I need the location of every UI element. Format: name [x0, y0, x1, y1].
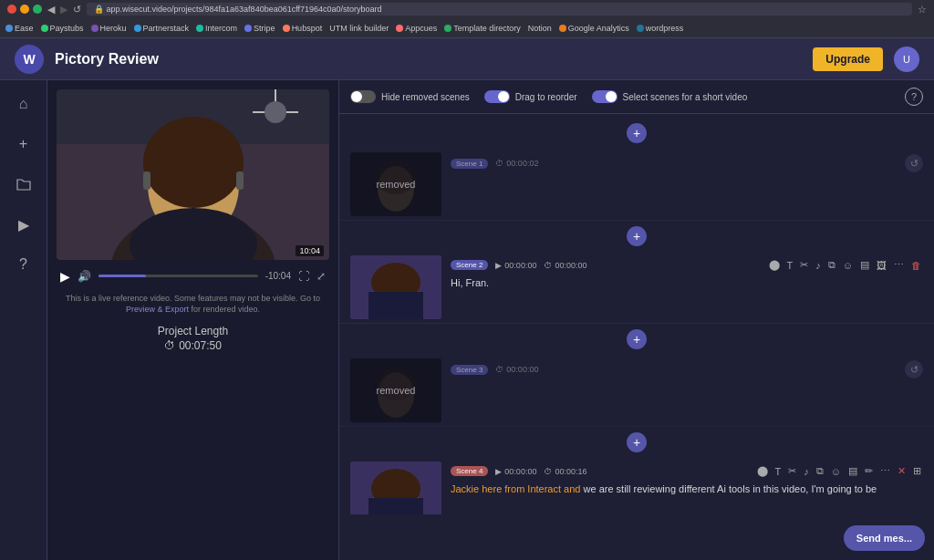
bookmark-partnerstack[interactable]: Partnerstack	[134, 24, 190, 33]
video-controls: ▶ 🔊 -10:04 ⛶ ⤢	[57, 265, 329, 287]
scene-badge-4: Scene 4	[451, 466, 488, 476]
select-short-toggle[interactable]	[592, 90, 617, 103]
scene-subtitle-icon[interactable]: ▤	[858, 257, 871, 273]
nav-folder-icon[interactable]	[11, 171, 36, 197]
bookmarks-bar: Ease Paystubs Heroku Partnerstack Interc…	[0, 18, 934, 38]
add-scene-button-2[interactable]: +	[627, 329, 647, 349]
add-scene-button-0[interactable]: +	[627, 123, 647, 143]
add-scene-row-3: +	[339, 427, 934, 458]
upgrade-button[interactable]: Upgrade	[813, 47, 883, 71]
scene-badge-1: Scene 1	[451, 159, 488, 169]
avatar[interactable]: U	[894, 47, 919, 72]
scene-copy-icon[interactable]: ⧉	[826, 257, 837, 273]
play-icon-4: ▶	[495, 467, 502, 476]
address-bar[interactable]: 🔒 app.wisecut.video/projects/984fa1a63af…	[87, 3, 912, 16]
svg-point-9	[265, 101, 286, 123]
refresh-button-1[interactable]: ↺	[905, 154, 923, 172]
bookmark-utm[interactable]: UTM link builder	[329, 24, 389, 33]
clock-icon-1: ⏱	[495, 159, 503, 168]
chat-button[interactable]: Send mes...	[844, 525, 925, 551]
scene-thumb-inner-4	[350, 461, 441, 514]
video-note: This is a live reference video. Some fea…	[57, 293, 329, 316]
scene-thumb-inner-2	[350, 255, 441, 319]
help-button[interactable]: ?	[905, 88, 923, 106]
svg-rect-28	[368, 498, 423, 514]
scene-header-1: Scene 1 ⏱ 00:00:02 ↺	[451, 154, 923, 172]
scene-edit-icon-4[interactable]: ✏	[863, 463, 875, 479]
scene-text-2: Hi, Fran.	[451, 276, 923, 290]
refresh-icon[interactable]: ↺	[73, 4, 81, 16]
scene-audio-icon-4[interactable]: ♪	[802, 464, 811, 479]
bookmark-template[interactable]: Template directory	[444, 24, 521, 33]
preview-export-link[interactable]: Preview & Export	[126, 305, 189, 314]
drag-reorder-toggle-group: Drag to reorder	[484, 90, 577, 103]
scene-emoji-icon-4[interactable]: ☺	[829, 464, 843, 479]
close-btn[interactable]	[7, 5, 16, 14]
app-header: W Pictory Review Upgrade U	[0, 38, 934, 80]
drag-reorder-toggle[interactable]	[484, 90, 510, 103]
volume-button[interactable]: 🔊	[78, 270, 91, 283]
bookmark-icon[interactable]: ☆	[918, 4, 927, 16]
expand-button[interactable]: ⤢	[317, 270, 326, 283]
scene-delete-icon-4[interactable]: ✕	[896, 463, 908, 479]
bookmark-ease[interactable]: Ease	[5, 24, 34, 33]
play-icon-2: ▶	[495, 261, 502, 270]
select-short-label: Select scenes for a short video	[623, 92, 748, 102]
bookmark-hubspot[interactable]: Hubspot	[283, 24, 323, 33]
fullscreen-button[interactable]: ⛶	[298, 270, 309, 283]
scene-emoji-icon[interactable]: ☺	[841, 258, 855, 273]
project-length-time: ⏱ 00:07:50	[57, 339, 329, 352]
scene-delete-icon-2[interactable]: 🗑	[909, 258, 923, 273]
forward-icon[interactable]: ▶	[60, 4, 67, 16]
scene-audio-icon[interactable]: ♪	[814, 258, 823, 273]
scene-text-icon[interactable]: T	[785, 258, 795, 273]
play-button[interactable]: ▶	[60, 269, 70, 284]
scene-more-icon[interactable]: ⋯	[892, 257, 906, 273]
add-scene-button-1[interactable]: +	[627, 226, 647, 246]
nav-home-icon[interactable]: ⌂	[11, 91, 36, 117]
scene-image-icon[interactable]: 🖼	[875, 258, 888, 273]
bookmark-wordpress[interactable]: wordpress	[637, 24, 684, 33]
bookmark-paystubs[interactable]: Paystubs	[41, 24, 84, 33]
bookmark-heroku[interactable]: Heroku	[91, 24, 127, 33]
scene-badge-3: Scene 3	[451, 365, 488, 375]
scene-subtitle-icon-4[interactable]: ▤	[846, 463, 859, 479]
bookmark-analytics[interactable]: Google Analytics	[559, 24, 629, 33]
scene-more-icon-4[interactable]: ⋯	[878, 463, 892, 479]
scene-copy-icon-4[interactable]: ⧉	[815, 463, 825, 479]
scene-record-icon[interactable]: ⬤	[767, 257, 782, 273]
hide-removed-toggle[interactable]	[350, 90, 376, 103]
scene-cut-icon-4[interactable]: ✂	[786, 463, 798, 479]
scene-content-2: Scene 2 ▶ 00:00:00 ⏱ 00:00:00 ⬤	[451, 255, 923, 319]
nav-add-icon[interactable]: +	[11, 131, 36, 157]
video-panel: 10:04 ▶ 🔊 -10:04 ⛶ ⤢ This is a live refe…	[47, 80, 339, 560]
svg-rect-20	[368, 292, 423, 319]
minimize-btn[interactable]	[20, 5, 29, 14]
maximize-btn[interactable]	[33, 5, 42, 14]
video-timestamp: 10:04	[296, 245, 324, 256]
scene-time-4a: ▶ 00:00:00	[495, 467, 536, 476]
scene-extra-icon-4[interactable]: ⊞	[911, 463, 923, 479]
scene-content-4: Scene 4 ▶ 00:00:00 ⏱ 00:00:16 ⬤	[451, 461, 923, 514]
scene-text-icon-4[interactable]: T	[773, 464, 784, 479]
scene-cut-icon[interactable]: ✂	[798, 257, 810, 273]
refresh-button-3[interactable]: ↺	[905, 360, 923, 379]
scenes-list: + removed	[339, 114, 934, 514]
nav-video-icon[interactable]: ▶	[11, 212, 36, 237]
browser-controls	[7, 5, 42, 14]
nav-help-icon[interactable]: ?	[11, 252, 36, 277]
bookmark-intercom[interactable]: Intercom	[196, 24, 237, 33]
scene-record-icon-4[interactable]: ⬤	[755, 463, 770, 479]
bookmark-stripe[interactable]: Stripe	[244, 24, 275, 33]
clock-icon-4: ⏱	[544, 467, 552, 476]
hide-removed-toggle-group: Hide removed scenes	[350, 90, 470, 103]
bookmark-notion[interactable]: Notion	[528, 24, 552, 33]
app-logo: W	[15, 45, 44, 74]
chat-area: Send mes...	[339, 514, 934, 560]
back-icon[interactable]: ◀	[47, 4, 55, 16]
scene-time-2b: ⏱ 00:00:00	[544, 261, 586, 270]
bookmark-appcues[interactable]: Appcues	[396, 24, 437, 33]
add-scene-button-3[interactable]: +	[627, 432, 647, 452]
progress-bar[interactable]	[99, 275, 258, 277]
lock-icon: 🔒	[94, 5, 104, 14]
